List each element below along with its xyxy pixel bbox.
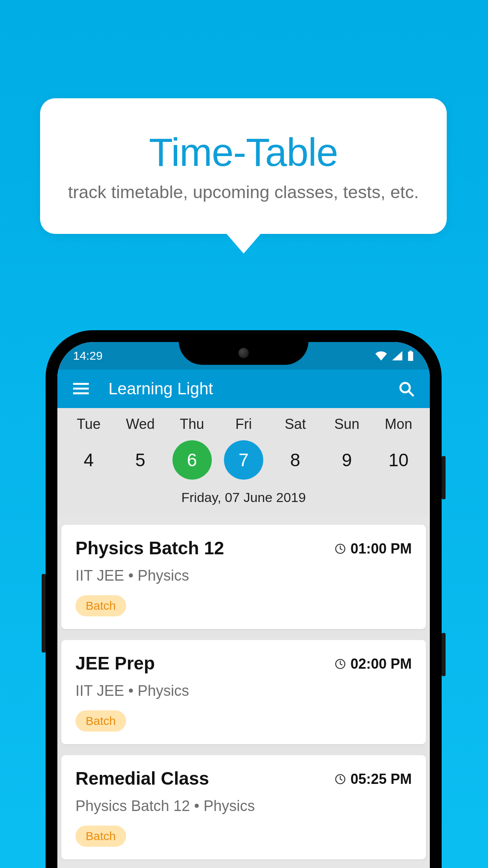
day-column[interactable]: Fri7 — [218, 416, 269, 480]
svg-rect-3 — [73, 388, 89, 390]
class-card[interactable]: JEE Prep02:00 PMIIT JEE • PhysicsBatch — [61, 640, 426, 744]
class-title: Physics Batch 12 — [75, 537, 224, 559]
day-number[interactable]: 10 — [379, 440, 418, 480]
clock-icon — [335, 543, 346, 554]
phone-frame: 14:29 Learning Light — [46, 330, 442, 868]
class-meta: IIT JEE • Physics — [75, 567, 412, 584]
day-number[interactable]: 6 — [172, 440, 212, 480]
day-name: Sat — [284, 416, 306, 432]
day-number[interactable]: 8 — [275, 440, 315, 480]
day-column[interactable]: Thu6 — [166, 416, 218, 480]
batch-badge: Batch — [75, 595, 126, 616]
promo-title: Time-Table — [149, 130, 338, 175]
week-row: Tue4Wed5Thu6Fri7Sat8Sun9Mon10 — [57, 416, 430, 480]
day-name: Wed — [126, 416, 154, 432]
search-icon — [398, 381, 414, 397]
selected-date: Friday, 07 June 2019 — [57, 490, 430, 505]
svg-rect-1 — [408, 352, 413, 361]
svg-rect-2 — [73, 383, 89, 385]
hamburger-icon — [73, 383, 89, 395]
day-number[interactable]: 9 — [327, 440, 367, 480]
promo-bubble: Time-Table track timetable, upcoming cla… — [40, 98, 447, 234]
app-title: Learning Light — [108, 379, 394, 398]
svg-rect-0 — [409, 351, 411, 352]
day-number[interactable]: 5 — [121, 440, 160, 480]
phone-side-button — [42, 574, 46, 653]
search-button[interactable] — [394, 377, 418, 401]
status-icons — [375, 351, 414, 361]
day-name: Sun — [334, 416, 360, 432]
battery-icon — [407, 351, 414, 361]
clock-icon — [335, 658, 346, 669]
day-number[interactable]: 4 — [69, 440, 108, 480]
phone-camera — [238, 348, 249, 358]
class-time: 01:00 PM — [335, 541, 412, 557]
batch-badge: Batch — [75, 826, 126, 847]
class-list[interactable]: Physics Batch 1201:00 PMIIT JEE • Physic… — [57, 525, 430, 859]
day-column[interactable]: Mon10 — [373, 416, 424, 480]
phone-notch — [179, 342, 308, 365]
class-meta: IIT JEE • Physics — [75, 682, 412, 699]
batch-badge: Batch — [75, 710, 126, 732]
day-column[interactable]: Tue4 — [63, 416, 114, 480]
day-name: Thu — [180, 416, 204, 432]
class-title: Remedial Class — [75, 768, 209, 789]
day-column[interactable]: Sat8 — [270, 416, 321, 480]
phone-side-button — [442, 633, 446, 676]
class-time: 02:00 PM — [335, 656, 412, 672]
promo-subtitle: track timetable, upcoming classes, tests… — [68, 182, 419, 202]
app-bar: Learning Light — [57, 370, 430, 408]
day-name: Tue — [77, 416, 101, 432]
day-number[interactable]: 7 — [224, 440, 263, 480]
class-card-header: Physics Batch 1201:00 PM — [75, 537, 412, 559]
class-card[interactable]: Physics Batch 1201:00 PMIIT JEE • Physic… — [61, 525, 426, 629]
day-column[interactable]: Wed5 — [114, 416, 166, 480]
status-time: 14:29 — [73, 349, 103, 362]
day-column[interactable]: Sun9 — [321, 416, 372, 480]
phone-side-button — [442, 456, 446, 499]
phone-screen: 14:29 Learning Light — [57, 342, 430, 868]
class-title: JEE Prep — [75, 653, 155, 674]
menu-button[interactable] — [69, 377, 93, 401]
day-name: Fri — [235, 416, 252, 432]
class-time-text: 02:00 PM — [350, 656, 412, 672]
week-strip: Tue4Wed5Thu6Fri7Sat8Sun9Mon10 Friday, 07… — [57, 408, 430, 515]
class-time: 05:25 PM — [335, 771, 412, 787]
class-card-header: Remedial Class05:25 PM — [75, 768, 412, 789]
signal-icon — [392, 351, 402, 360]
class-meta: Physics Batch 12 • Physics — [75, 798, 412, 815]
clock-icon — [335, 774, 346, 785]
class-time-text: 05:25 PM — [350, 771, 412, 787]
class-time-text: 01:00 PM — [350, 541, 412, 557]
class-card[interactable]: Remedial Class05:25 PMPhysics Batch 12 •… — [61, 755, 426, 859]
day-name: Mon — [385, 416, 412, 432]
class-card-header: JEE Prep02:00 PM — [75, 653, 412, 674]
wifi-icon — [375, 351, 387, 360]
svg-line-6 — [409, 391, 413, 395]
svg-rect-4 — [73, 392, 89, 394]
